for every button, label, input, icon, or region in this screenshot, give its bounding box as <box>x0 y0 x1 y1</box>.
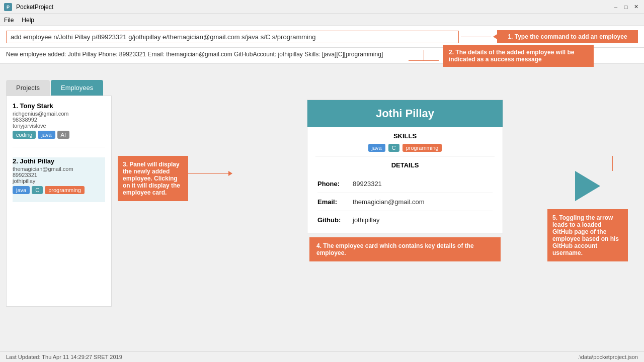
command-input[interactable] <box>6 31 459 43</box>
annotation5-line-v <box>612 156 613 171</box>
statusbar: Last Updated: Thu Apr 11 14:29:27 SRET 2… <box>0 351 644 362</box>
skill-ai: AI <box>57 131 69 139</box>
employee-1-number: 1. <box>13 102 18 110</box>
menubar: File Help <box>0 14 644 26</box>
phone-row: Phone: 89923321 <box>317 175 493 193</box>
command-annotation: 1. Type the command to add an employee <box>497 30 638 43</box>
status-right: .\data\pocketproject.json <box>578 354 638 360</box>
employee-2-phone: 89923321 <box>13 172 105 178</box>
card-skill-programming: programming <box>403 144 442 152</box>
skill-java-1: java <box>38 131 55 139</box>
annotation-3-arrow <box>188 171 232 176</box>
skills-section-title: SKILLS <box>307 127 503 142</box>
annotation-3-wrapper: 3. Panel will display the newly added em… <box>118 156 232 307</box>
employee-1-header: 1. Tony Stark <box>13 102 105 110</box>
card-details: Phone: 89923321 Email: themagician@gmail… <box>307 171 503 233</box>
employee-card: Jothi Pillay SKILLS java C programming D… <box>307 100 503 233</box>
details-section-title: DETAILS <box>307 156 503 171</box>
github-label: Github: <box>317 216 353 224</box>
command-arrow-icon <box>493 34 497 39</box>
phone-label: Phone: <box>317 180 353 188</box>
employee-1-phone: 98338992 <box>13 117 105 123</box>
annotation-3: 3. Panel will display the newly added em… <box>118 156 188 201</box>
status-left: Last Updated: Thu Apr 11 14:29:27 SRET 2… <box>6 354 122 360</box>
card-skills: java C programming <box>307 142 503 156</box>
employee-2-skills: java C programming <box>13 186 105 194</box>
employee-2-header: 2. Jothi Pillay <box>13 157 105 165</box>
card-container: Jothi Pillay SKILLS java C programming D… <box>273 96 537 307</box>
success-annotation: 2. The details of the added employee wil… <box>443 45 594 67</box>
annotation-3-arrowhead <box>228 171 232 176</box>
employee-2-github: jothipillay <box>13 178 105 184</box>
card-skill-c: C <box>388 144 399 152</box>
phone-value: 89923321 <box>353 180 382 188</box>
employee-1-github: tonyjarvisl​ove <box>13 123 105 129</box>
github-arrow-wrapper[interactable] <box>575 171 600 201</box>
employee-item-2[interactable]: 2. Jothi Pillay themagician@gmail.com 89… <box>13 157 105 202</box>
tab-projects[interactable]: Projects <box>6 80 50 96</box>
tabs: Projects Employees <box>6 80 638 96</box>
email-row: Email: themagician@gmail.com <box>317 193 493 211</box>
titlebar-left: P PocketProject <box>4 3 53 11</box>
github-section: 5. Toggling the arrow leads to a loaded … <box>537 96 638 307</box>
employee-2-number: 2. <box>13 157 18 165</box>
app-icon: P <box>4 3 12 11</box>
card-header: Jothi Pillay <box>307 100 503 127</box>
employee-item-1[interactable]: 1. Tony Stark richgenius@gmail.com 98338… <box>13 102 105 147</box>
spacer-2 <box>232 96 273 307</box>
minimize-button[interactable]: – <box>612 3 620 11</box>
titlebar-controls[interactable]: – □ ✕ <box>612 3 640 11</box>
maximize-button[interactable]: □ <box>622 3 630 11</box>
menu-file[interactable]: File <box>4 17 14 24</box>
skill-c: C <box>32 186 43 194</box>
github-value: jothipillay <box>353 216 379 224</box>
success-area: New employee added: Jothi Pillay Phone: … <box>0 48 644 64</box>
content-row: 1. Tony Stark richgenius@gmail.com 98338… <box>0 96 644 307</box>
close-button[interactable]: ✕ <box>632 3 640 11</box>
annotation-5: 5. Toggling the arrow leads to a loaded … <box>547 209 628 261</box>
skill-coding: coding <box>13 131 36 139</box>
tabs-area: Projects Employees <box>0 74 644 96</box>
employee-1-name: Tony Stark <box>20 102 53 110</box>
email-value: themagician@gmail.com <box>353 198 425 206</box>
skill-java-2: java <box>13 186 30 194</box>
employee-1-email: richgenius@gmail.com <box>13 111 105 117</box>
employee-list: 1. Tony Stark richgenius@gmail.com 98338… <box>6 96 112 307</box>
employee-2-name: Jothi Pillay <box>20 157 54 165</box>
employee-2-email: themagician@gmail.com <box>13 166 105 172</box>
titlebar: P PocketProject – □ ✕ <box>0 0 644 14</box>
card-skill-java: java <box>368 144 385 152</box>
skill-programming: programming <box>45 186 85 194</box>
email-label: Email: <box>317 198 353 206</box>
menu-help[interactable]: Help <box>22 17 34 24</box>
employee-1-skills: coding java AI <box>13 131 105 139</box>
github-arrow-icon[interactable] <box>575 171 600 201</box>
github-row: Github: jothipillay <box>317 211 493 229</box>
tab-employees[interactable]: Employees <box>51 80 103 96</box>
annotation-4: 4. The employee card which contains key … <box>309 237 501 261</box>
app-title: PocketProject <box>16 4 53 11</box>
